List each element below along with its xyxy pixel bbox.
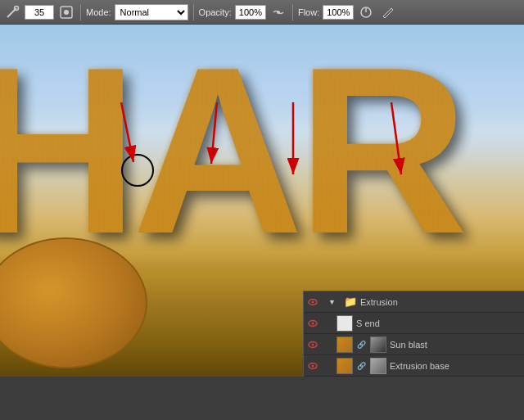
toolbar: 35 Mode: Normal Dissolve Multiply Screen… (0, 0, 524, 25)
svg-point-11 (312, 322, 314, 324)
layer-name-sun-blast: Sun blast (390, 340, 521, 350)
collapse-arrow[interactable]: ▼ (328, 298, 336, 306)
brush-cursor (121, 154, 154, 187)
layers-panel: ▼ 📁 Extrusion S end 🔗 Sun blast (303, 291, 524, 377)
flow-label: Flow: (298, 7, 319, 17)
svg-point-15 (312, 364, 314, 367)
separator-3 (292, 4, 293, 20)
eye-icon-sun-blast[interactable] (307, 339, 318, 350)
eye-icon-s-end[interactable] (307, 318, 318, 329)
layer-row-s-end[interactable]: S end (304, 313, 524, 334)
opacity-box: 100% (235, 5, 266, 20)
mode-select[interactable]: Normal Dissolve Multiply Screen Overlay (115, 4, 188, 20)
layer-thumb-s-end (337, 315, 353, 332)
separator-1 (80, 4, 81, 20)
svg-point-4 (277, 11, 280, 14)
eye-icon-extrusion[interactable] (307, 296, 318, 308)
flow-input[interactable]: 100% (323, 5, 354, 20)
brush-tool-icon[interactable] (3, 3, 21, 21)
layer-thumb-extrusion-base-content (337, 358, 353, 374)
layer-thumb-sun-blast-mask (370, 336, 386, 353)
layer-thumb-sun-blast-content (337, 336, 353, 353)
opacity-label: Opacity: (199, 7, 232, 17)
layer-thumb-extrusion-base-mask (370, 358, 386, 374)
hay-texture-overlay: HAR (0, 49, 462, 251)
stylus-icon[interactable] (378, 3, 396, 21)
svg-point-9 (312, 300, 314, 303)
chain-icon-extrusion: 🔗 (356, 362, 367, 370)
layer-name-extrusion: Extrusion (360, 297, 521, 307)
brush-size-box: 35 (25, 5, 54, 20)
tablet-pressure-icon[interactable] (357, 3, 375, 21)
opacity-input[interactable]: 100% (235, 5, 266, 20)
separator-2 (193, 4, 194, 20)
layer-row-extrusion-group[interactable]: ▼ 📁 Extrusion (304, 291, 524, 313)
flow-box: 100% (323, 5, 354, 20)
airbrush-icon[interactable] (269, 3, 287, 21)
mode-label: Mode: (86, 7, 111, 17)
layer-name-s-end: S end (356, 318, 521, 328)
eye-icon-extrusion-base[interactable] (307, 360, 318, 372)
svg-point-3 (64, 10, 69, 15)
chain-icon-sun-blast: 🔗 (356, 341, 367, 349)
folder-icon: 📁 (344, 296, 357, 308)
brush-preset-icon[interactable] (57, 3, 75, 21)
brush-size-input[interactable]: 35 (25, 5, 54, 20)
layer-name-extrusion-base: Extrusion base (390, 361, 521, 371)
canvas-area: HAR HAR ▼ 📁 (0, 25, 524, 377)
layer-row-sun-blast[interactable]: 🔗 Sun blast (304, 334, 524, 355)
svg-point-13 (312, 343, 314, 345)
layer-row-extrusion-base[interactable]: 🔗 Extrusion base (304, 355, 524, 377)
